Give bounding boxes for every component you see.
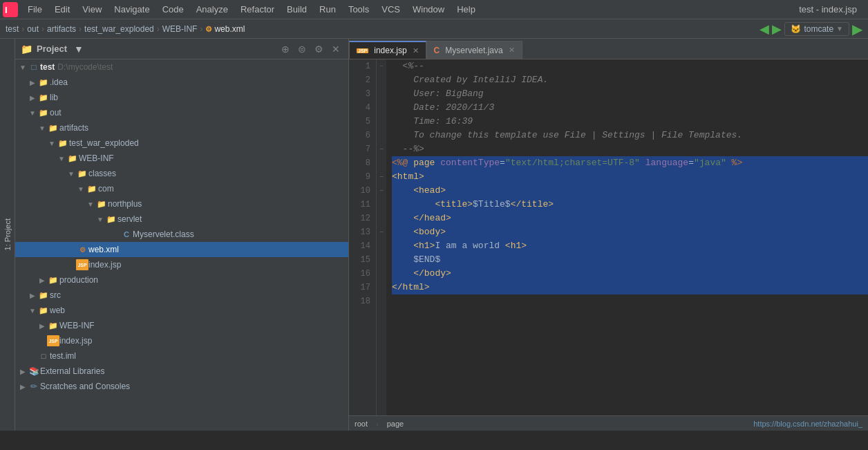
breadcrumb-bar: test › out › artifacts › test_war_explod… [0, 19, 868, 39]
run-config-dropdown-icon: ▼ [836, 25, 843, 32]
menu-tools[interactable]: Tools [343, 3, 375, 16]
nav-forward-button[interactable]: ▶ [772, 21, 782, 37]
fold-btn-14 [377, 239, 386, 253]
breadcrumb-artifacts[interactable]: artifacts [47, 24, 76, 34]
fold-btn-12 [377, 212, 386, 225]
fold-btn-1[interactable]: − [377, 59, 386, 73]
tree-item-scratches[interactable]: ▶ ✏ Scratches and Consoles [15, 379, 348, 394]
menu-view[interactable]: View [77, 3, 107, 16]
breadcrumb-sep1: › [21, 24, 24, 34]
tree-arrow-out: ▼ [28, 109, 37, 117]
menu-window[interactable]: Window [407, 3, 450, 16]
tree-label-com: com [98, 184, 114, 194]
tree-item-webinf[interactable]: ▼ 📁 WEB-INF [15, 151, 348, 166]
tab-close-myservelet-java[interactable]: ✕ [509, 46, 515, 55]
menu-refactor[interactable]: Refactor [235, 3, 280, 16]
run-config-selector[interactable]: 🐱 tomcate ▼ [784, 22, 849, 36]
menu-navigate[interactable]: Navigate [108, 3, 155, 16]
tab-icon-myservelet-java: C [434, 46, 440, 55]
project-tab-label[interactable]: 1: Project [2, 217, 13, 252]
tree-item-test-iml[interactable]: ▶ □ test.iml [15, 348, 348, 364]
menu-analyze[interactable]: Analyze [191, 3, 234, 16]
tree-item-servlet[interactable]: ▼ 📁 servlet [15, 212, 348, 227]
fold-btn-18 [377, 294, 386, 308]
tree-arrow-production: ▶ [37, 276, 47, 284]
tree-icon-web: 📁 [37, 305, 50, 316]
sidebar-add-button[interactable]: ⊕ [279, 42, 292, 56]
line-num-17: 17 [349, 281, 370, 294]
side-panel-left[interactable]: 1: Project [0, 39, 15, 431]
tab-index-jsp[interactable]: JSP index.jsp ✕ [349, 41, 426, 59]
tree-icon-classes: 📁 [76, 168, 88, 179]
tab-icon-index-jsp: JSP [357, 48, 368, 53]
tree-item-test[interactable]: ▼ □ test D:\mycode\test [15, 59, 348, 75]
tab-close-index-jsp[interactable]: ✕ [413, 46, 419, 55]
tree-label-index-jsp-out: index.jsp [88, 260, 121, 270]
sidebar-scroll-button[interactable]: ⊜ [295, 42, 309, 56]
tree-item-webxml[interactable]: ▶ ⚙ web.xml [15, 242, 348, 257]
tree-item-webinf2[interactable]: ▶ 📁 WEB-INF [15, 318, 348, 333]
fold-btn-13[interactable]: − [377, 225, 386, 239]
breadcrumb-test[interactable]: test [6, 24, 19, 34]
menu-file[interactable]: File [22, 3, 48, 16]
tree-item-index-jsp-out[interactable]: ▶ JSP index.jsp [15, 257, 348, 272]
run-button[interactable]: ▶ [852, 21, 862, 37]
tree-item-war[interactable]: ▼ 📁 test_war_exploded [15, 135, 348, 151]
breadcrumb-out[interactable]: out [27, 24, 39, 34]
breadcrumb-war[interactable]: test_war_exploded [84, 24, 154, 34]
fold-btn-9[interactable]: − [377, 170, 386, 184]
code-line-9: <html> [392, 170, 868, 184]
fold-btn-17 [377, 281, 386, 294]
editor-tabs: JSP index.jsp ✕ C Myservelet.java ✕ [349, 39, 868, 59]
tree-item-out[interactable]: ▼ 📁 out [15, 105, 348, 120]
menu-vcs[interactable]: VCS [376, 3, 406, 16]
code-content[interactable]: <%-- Created by IntelliJ IDEA. User: Big… [386, 59, 868, 415]
tree-item-idea[interactable]: ▶ 📁 .idea [15, 75, 348, 90]
tree-item-index-jsp-web[interactable]: ▶ JSP index.jsp [15, 333, 348, 348]
tree-arrow-northplus: ▼ [86, 200, 95, 208]
breadcrumb-webinf[interactable]: WEB-INF [162, 24, 198, 34]
code-line-11: <title>$Title$</title> [392, 198, 868, 212]
tab-myservelet-java[interactable]: C Myservelet.java ✕ [426, 41, 522, 59]
tree-item-external-libs[interactable]: ▶ 📚 External Libraries [15, 364, 348, 379]
tree-item-northplus[interactable]: ▼ 📁 northplus [15, 196, 348, 212]
tree-label-myservelet-class: Myservelet.class [133, 229, 194, 239]
tree-item-production[interactable]: ▶ 📁 production [15, 272, 348, 288]
statusbar: root › page https://blog.csdn.net/zhazha… [349, 415, 868, 431]
app-logo: I [3, 2, 18, 17]
tree-icon-idea: 📁 [37, 77, 50, 88]
fold-btn-10[interactable]: − [377, 184, 386, 198]
menu-code[interactable]: Code [157, 3, 189, 16]
sidebar-settings-button[interactable]: ⚙ [312, 42, 326, 56]
tab-label-myservelet-java: Myservelet.java [445, 46, 502, 55]
line-num-5: 5 [349, 115, 370, 129]
sidebar-dropdown-icon[interactable]: ▼ [74, 44, 84, 55]
menu-build[interactable]: Build [281, 3, 312, 16]
menu-edit[interactable]: Edit [49, 3, 75, 16]
tree-item-web[interactable]: ▼ 📁 web [15, 303, 348, 318]
tree-icon-lib: 📁 [37, 92, 50, 103]
line-num-18: 18 [349, 294, 370, 308]
breadcrumb-nav: ◀ ▶ 🐱 tomcate ▼ ▶ [760, 21, 862, 37]
code-line-12: </head> [392, 212, 868, 225]
sidebar-title: Project [37, 44, 67, 54]
tree-icon-myservelet-class: C [120, 229, 133, 240]
tree-icon-out: 📁 [37, 107, 50, 118]
menu-run[interactable]: Run [314, 3, 341, 16]
tree-icon-com: 📁 [86, 183, 98, 194]
tree-item-myservelet-class[interactable]: ▶ C Myservelet.class [15, 227, 348, 242]
fold-btn-7: − [377, 142, 386, 156]
tab-label-index-jsp: index.jsp [374, 46, 406, 55]
menu-help[interactable]: Help [451, 3, 481, 16]
tree-item-lib[interactable]: ▶ 📁 lib [15, 90, 348, 105]
fold-btn-15 [377, 253, 386, 267]
sidebar-close-button[interactable]: ✕ [329, 42, 343, 56]
nav-back-button[interactable]: ◀ [760, 21, 769, 37]
tree-item-classes[interactable]: ▼ 📁 classes [15, 166, 348, 181]
code-line-17: </html> [392, 281, 868, 294]
tree-item-src[interactable]: ▶ 📁 src [15, 288, 348, 303]
tree-item-artifacts[interactable]: ▼ 📁 artifacts [15, 120, 348, 135]
tree-arrow-src: ▶ [28, 292, 37, 299]
tree-item-com[interactable]: ▼ 📁 com [15, 181, 348, 196]
project-tree[interactable]: ▼ □ test D:\mycode\test ▶ 📁 .idea ▶ 📁 li… [15, 59, 348, 431]
